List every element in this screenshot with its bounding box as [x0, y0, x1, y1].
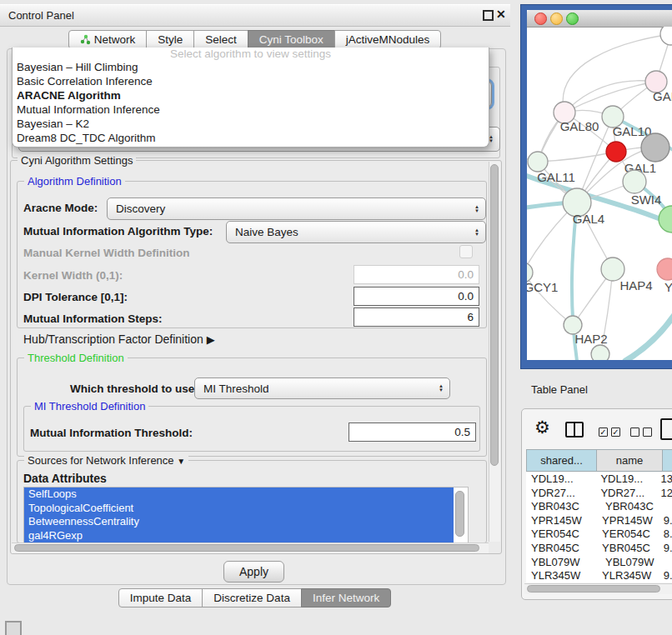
column-header-shared-name[interactable]: shared... [526, 449, 597, 472]
table-cell: YPR145W [597, 514, 660, 528]
node-label-hap2: HAP2 [574, 332, 607, 346]
hub-definition-toggle[interactable]: Hub/Transcription Factor Definition ▶ [23, 332, 215, 346]
combo-arrows-icon: ▲▼ [474, 205, 479, 213]
dropdown-item-dream8[interactable]: Dream8 DC_TDC Algorithm [13, 131, 489, 145]
bottom-tabbar: Impute Data Discretize Data Infer Networ… [0, 588, 510, 608]
aracne-mode-label: Aracne Mode: [23, 202, 98, 214]
network-node-swi4[interactable] [659, 206, 672, 232]
aracne-mode-combo[interactable]: Discovery ▲▼ [107, 198, 486, 220]
aracne-mode-value: Discovery [116, 202, 165, 215]
network-node-top-partial[interactable] [660, 27, 672, 45]
float-window-icon[interactable] [483, 10, 494, 21]
settings-horizontal-scrollbar-thumb[interactable] [14, 544, 479, 552]
data-attributes-label: Data Attributes [23, 472, 107, 485]
column-header-cut[interactable] [662, 449, 672, 472]
attribute-list-scrollbar-thumb[interactable] [455, 491, 464, 537]
table-row[interactable]: YBR043CYBR043C [526, 500, 672, 514]
sources-title-text: Sources for Network Inference [28, 454, 174, 467]
node-label-gcy1: GCY1 [527, 280, 558, 294]
zoom-traffic-light-icon[interactable] [566, 12, 579, 25]
table-row[interactable]: YBR045CYBR045C9. [526, 542, 672, 556]
which-threshold-combo[interactable]: MI Threshold ▲▼ [194, 378, 450, 399]
docked-panel-icon[interactable] [5, 621, 22, 635]
network-node-hap4[interactable] [601, 258, 624, 281]
list-item-betweennesscentrality[interactable]: BetweennessCentrality [24, 515, 454, 529]
hub-definition-label: Hub/Transcription Factor Definition [23, 332, 203, 346]
table-cell [666, 500, 669, 514]
table-row[interactable]: YBL079WYBL079W [526, 556, 672, 570]
algorithm-definition-title: Algorithm Definition [24, 175, 125, 188]
table-cell: YBR045C [526, 542, 597, 556]
mi-threshold-field[interactable]: 0.5 [349, 422, 476, 442]
table-row[interactable]: YDR27...YDR27...12 [526, 487, 672, 501]
table-row[interactable]: YDL19...YDL19...13 [526, 472, 672, 487]
dropdown-item-mutual-information[interactable]: Mutual Information Inference [13, 102, 489, 117]
minimize-traffic-light-icon[interactable] [550, 12, 563, 25]
settings-vertical-scrollbar-thumb[interactable] [490, 164, 499, 466]
mi-steps-label: Mutual Information Steps: [23, 312, 163, 325]
document-icon[interactable] [660, 418, 672, 440]
unchecked-box-icon[interactable] [630, 428, 639, 437]
list-item-gal4rgexp[interactable]: gal4RGexp [24, 529, 454, 543]
network-edge[interactable] [538, 152, 616, 162]
tab-cyni-toolbox[interactable]: Cyni Toolbox [248, 30, 335, 49]
list-item-selfloops[interactable]: SelfLoops [24, 488, 454, 502]
combo-arrows-icon: ▲▼ [474, 228, 479, 237]
table-cell: YLR345W [526, 569, 597, 582]
tab-discretize-data[interactable]: Discretize Data [202, 588, 302, 608]
network-node-gal11[interactable] [528, 152, 548, 172]
table-row[interactable]: YLR345WYLR345W9. [526, 569, 672, 582]
which-threshold-value: MI Threshold [203, 382, 269, 395]
tab-jactivemnodules[interactable]: jActiveMNodules [334, 30, 442, 49]
network-edge[interactable] [625, 308, 672, 360]
dropdown-item-bayesian-hill-climbing[interactable]: Bayesian – Hill Climbing [13, 60, 489, 74]
column-header-name[interactable]: name [596, 449, 663, 472]
gear-icon[interactable]: ⚙ [534, 418, 550, 438]
column-layout-icon[interactable] [565, 422, 584, 438]
tab-infer-network[interactable]: Infer Network [301, 588, 391, 608]
table-horizontal-scrollbar-thumb[interactable] [527, 585, 660, 592]
mi-type-value: Naive Bayes [235, 226, 298, 238]
network-node-bottom-partial[interactable] [591, 345, 609, 360]
table-cell: YBR043C [526, 500, 600, 514]
kernel-width-field: 0.0 [354, 265, 479, 284]
mi-type-combo[interactable]: Naive Bayes ▲▼ [226, 221, 486, 243]
table-cell: 13 [658, 472, 672, 487]
mi-steps-field[interactable]: 6 [354, 308, 479, 327]
close-icon[interactable]: ✕ [496, 4, 506, 25]
combo-arrows-icon: ▲▼ [439, 384, 444, 392]
tab-style[interactable]: Style [146, 30, 194, 49]
mi-type-label: Mutual Information Algorithm Type: [23, 225, 213, 238]
checked-box-icon[interactable]: ✓ [611, 428, 620, 437]
table-cell: YDL19... [595, 472, 657, 487]
table-row[interactable]: YER054CYER054C8. [526, 528, 672, 542]
network-node-y-cut[interactable] [657, 258, 672, 280]
list-item-topologicalcoefficient[interactable]: TopologicalCoefficient [24, 502, 454, 516]
dpi-tolerance-field[interactable]: 0.0 [354, 287, 479, 306]
tab-select[interactable]: Select [193, 30, 248, 49]
network-canvas[interactable]: GALGAL80GAL10GAL1GAL11SWI4GAL4GCY1HAP4YH… [527, 27, 672, 360]
node-label-gal11: GAL11 [537, 170, 575, 184]
sources-group-title[interactable]: Sources for Network Inference ▼ [24, 454, 188, 467]
network-window-titlebar[interactable] [527, 10, 672, 28]
dropdown-item-basic-correlation[interactable]: Basic Correlation Inference [13, 74, 489, 88]
table-row[interactable]: YPR145WYPR145W9. [526, 514, 672, 528]
network-node-gal1-node[interactable] [623, 170, 646, 193]
close-traffic-light-icon[interactable] [534, 12, 547, 25]
node-label-gal80: GAL80 [560, 119, 599, 133]
unchecked-box-icon[interactable] [643, 428, 652, 437]
tab-label: Select [205, 31, 237, 48]
checked-box-icon[interactable]: ✓ [599, 428, 608, 437]
dropdown-item-aracne[interactable]: ARACNE Algorithm [13, 88, 489, 102]
table-body: YDL19...YDL19...13YDR27...YDR27...12YBR0… [526, 472, 672, 582]
table-cell: YBR043C [600, 500, 666, 514]
node-label-hap4: HAP4 [619, 278, 652, 292]
network-node-gray-node[interactable] [641, 133, 669, 162]
tab-impute-data[interactable]: Impute Data [118, 588, 203, 608]
network-node-red-node[interactable] [606, 142, 626, 162]
apply-button[interactable]: Apply [223, 561, 284, 582]
table-cell [666, 556, 669, 570]
dropdown-item-bayesian-k2[interactable]: Bayesian – K2 [13, 117, 489, 131]
table-cell: 12 [658, 487, 672, 501]
tab-network[interactable]: Network [68, 30, 148, 49]
